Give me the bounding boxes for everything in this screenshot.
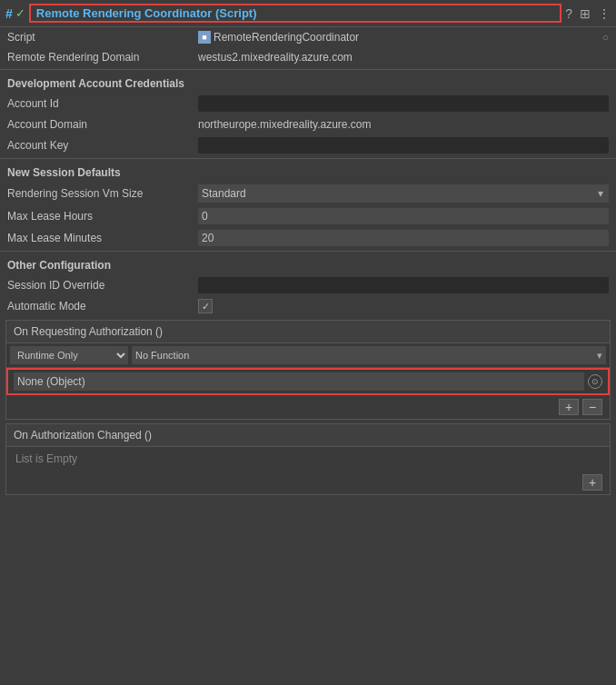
session-id-input[interactable] — [198, 277, 609, 293]
other-section-header: Other Configuration — [0, 253, 616, 274]
remote-domain-row: Remote Rendering Domain westus2.mixedrea… — [0, 47, 616, 67]
runtime-only-select[interactable]: Runtime Only Editor and Runtime — [10, 346, 128, 364]
checkbox-icon[interactable]: ✓ — [15, 6, 25, 20]
menu-icon[interactable]: ⋮ — [598, 6, 611, 21]
account-key-row: Account Key — [0, 134, 616, 156]
title-right-icons: ? ⊞ ⋮ — [565, 6, 611, 21]
empty-list-label: List is Empty — [6, 447, 610, 471]
vm-size-select[interactable]: Standard Premium — [198, 184, 609, 203]
object-picker-icon[interactable]: ⊙ — [588, 374, 602, 389]
vm-size-label: Rendering Session Vm Size — [7, 187, 198, 200]
script-icon: ■ — [198, 31, 211, 44]
none-object-field: None (Object) — [14, 372, 584, 391]
function-dropdown-wrapper: No Function — [132, 346, 606, 364]
automatic-mode-row: Automatic Mode ✓ — [0, 296, 616, 316]
checkmark-icon: ✓ — [202, 301, 210, 313]
remote-domain-value: westus2.mixedreality.azure.com — [198, 51, 609, 64]
script-value: ■ RemoteRenderingCoordinator ○ — [198, 31, 609, 44]
script-filename[interactable]: RemoteRenderingCoordinator — [214, 31, 599, 44]
function-select[interactable]: No Function — [132, 346, 606, 364]
on-auth-changed-section: On Authorization Changed () List is Empt… — [5, 423, 611, 495]
script-circle-icon[interactable]: ○ — [602, 31, 609, 44]
max-lease-hours-row: Max Lease Hours — [0, 205, 616, 227]
layout-icon[interactable]: ⊞ — [580, 6, 591, 21]
account-domain-label: Account Domain — [7, 118, 198, 131]
on-requesting-auth-section: On Requesting Authorization () Runtime O… — [5, 320, 611, 420]
account-domain-row: Account Domain northeurope.mixedreality.… — [0, 114, 616, 134]
remote-domain-label: Remote Rendering Domain — [7, 51, 198, 64]
max-lease-minutes-label: Max Lease Minutes — [7, 232, 198, 244]
account-key-input[interactable] — [198, 137, 609, 154]
automatic-mode-checkbox[interactable]: ✓ — [198, 299, 213, 313]
account-id-input[interactable] — [198, 95, 609, 112]
on-auth-changed-header: On Authorization Changed () — [6, 424, 610, 447]
session-section-header: New Session Defaults — [0, 161, 616, 182]
title-bar: # ✓ Remote Rendering Coordinator (Script… — [0, 0, 616, 27]
remove-event-button[interactable]: − — [582, 399, 602, 415]
vm-size-row: Rendering Session Vm Size Standard Premi… — [0, 182, 616, 205]
automatic-mode-label: Automatic Mode — [7, 300, 198, 313]
max-lease-minutes-input[interactable] — [198, 230, 609, 246]
none-object-label: None (Object) — [17, 375, 85, 388]
on-requesting-auth-header: On Requesting Authorization () — [6, 321, 610, 343]
script-label: Script — [7, 31, 198, 44]
vm-size-dropdown-wrapper: Standard Premium — [198, 184, 609, 203]
plus-minus-row-2: + — [6, 471, 610, 494]
max-lease-minutes-row: Max Lease Minutes — [0, 227, 616, 249]
help-icon[interactable]: ? — [565, 6, 572, 21]
hash-icon: # — [5, 6, 13, 21]
account-key-label: Account Key — [7, 139, 198, 152]
component-title: Remote Rendering Coordinator (Script) — [29, 4, 561, 23]
add-event-button[interactable]: + — [559, 399, 579, 415]
account-id-row: Account Id — [0, 93, 616, 114]
script-row: Script ■ RemoteRenderingCoordinator ○ — [0, 27, 616, 47]
max-lease-hours-label: Max Lease Hours — [7, 210, 198, 223]
title-bar-left-icons: # ✓ — [5, 6, 25, 21]
session-id-label: Session ID Override — [7, 279, 198, 292]
none-object-row: None (Object) ⊙ — [6, 368, 610, 395]
account-id-label: Account Id — [7, 97, 198, 110]
dev-section-header: Development Account Credentials — [0, 72, 616, 93]
event-runtime-row: Runtime Only Editor and Runtime No Funct… — [6, 343, 610, 368]
max-lease-hours-input[interactable] — [198, 208, 609, 224]
plus-minus-row: + − — [6, 395, 610, 419]
add-auth-changed-button[interactable]: + — [582, 474, 602, 491]
session-id-row: Session ID Override — [0, 274, 616, 296]
account-domain-value: northeurope.mixedreality.azure.com — [198, 118, 609, 131]
